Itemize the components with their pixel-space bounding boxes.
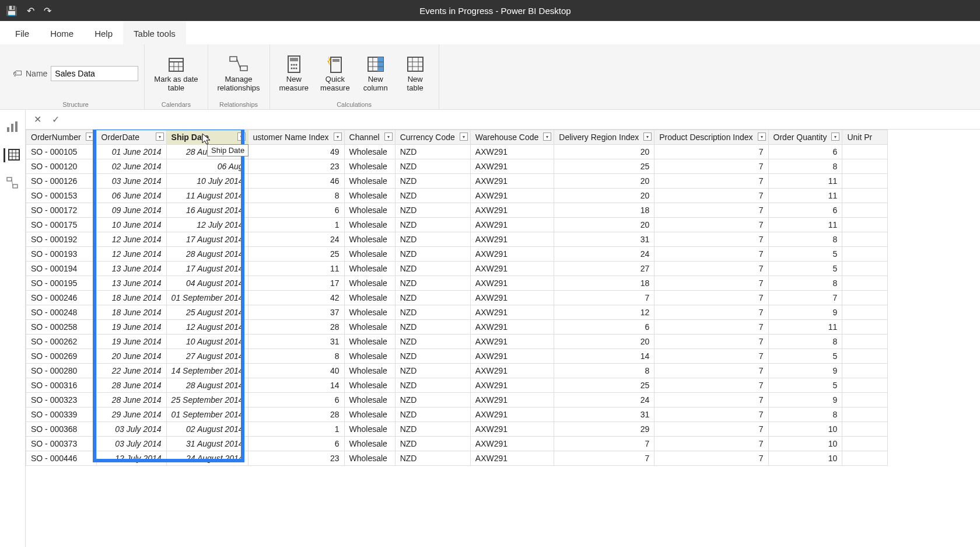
table-cell[interactable]: 8 <box>768 232 842 247</box>
table-cell[interactable]: NZD <box>395 218 470 232</box>
table-cell[interactable]: AXW291 <box>470 378 554 393</box>
table-cell[interactable]: AXW291 <box>470 407 554 422</box>
table-row[interactable]: SO - 00032328 June 201425 September 2014… <box>26 393 888 407</box>
table-cell[interactable] <box>842 145 888 159</box>
table-cell[interactable]: 10 <box>768 422 842 437</box>
table-cell[interactable]: NZD <box>395 145 470 159</box>
table-cell[interactable]: AXW291 <box>470 291 554 305</box>
table-row[interactable]: SO - 00010501 June 201428 August 201449W… <box>26 145 888 159</box>
table-cell[interactable]: AXW291 <box>470 218 554 232</box>
table-cell[interactable]: 09 June 2014 <box>96 203 166 218</box>
filter-dropdown-icon[interactable]: ▾ <box>334 133 342 141</box>
table-cell[interactable]: NZD <box>395 262 470 276</box>
table-row[interactable]: SO - 00037303 July 201431 August 20146Wh… <box>26 437 888 451</box>
table-cell[interactable]: 11 August 2014 <box>166 189 248 203</box>
table-cell[interactable]: AXW291 <box>470 335 554 349</box>
table-cell[interactable]: 8 <box>554 364 654 378</box>
model-view-icon[interactable] <box>6 176 20 190</box>
table-cell[interactable]: 7 <box>654 218 768 232</box>
table-cell[interactable]: 5 <box>768 349 842 364</box>
table-cell[interactable]: SO - 000193 <box>26 247 97 262</box>
tab-help[interactable]: Help <box>84 23 123 44</box>
table-row[interactable]: SO - 00026219 June 201410 August 201431W… <box>26 335 888 349</box>
table-cell[interactable]: SO - 000446 <box>26 451 97 466</box>
table-cell[interactable]: Wholesale <box>344 232 395 247</box>
table-cell[interactable] <box>842 247 888 262</box>
table-cell[interactable]: AXW291 <box>470 349 554 364</box>
table-cell[interactable]: 06 Aug <box>166 159 248 174</box>
table-cell[interactable]: 8 <box>768 159 842 174</box>
table-cell[interactable]: Wholesale <box>344 291 395 305</box>
table-cell[interactable]: 06 June 2014 <box>96 189 166 203</box>
table-cell[interactable] <box>842 159 888 174</box>
table-cell[interactable]: 29 June 2014 <box>96 407 166 422</box>
table-cell[interactable]: 20 <box>554 174 654 189</box>
table-cell[interactable]: 24 <box>554 393 654 407</box>
table-cell[interactable]: 03 July 2014 <box>96 422 166 437</box>
table-cell[interactable]: 13 June 2014 <box>96 262 166 276</box>
table-cell[interactable]: NZD <box>395 349 470 364</box>
table-cell[interactable]: 5 <box>768 378 842 393</box>
column-header[interactable]: OrderNumber▾ <box>26 130 97 145</box>
table-cell[interactable]: 7 <box>654 422 768 437</box>
column-header[interactable]: Order Quantity▾ <box>768 130 842 145</box>
table-cell[interactable]: 8 <box>248 349 344 364</box>
table-row[interactable]: SO - 00019212 June 201417 August 201424W… <box>26 232 888 247</box>
table-cell[interactable]: 31 <box>554 232 654 247</box>
table-cell[interactable]: 7 <box>654 437 768 451</box>
table-cell[interactable]: 14 <box>554 349 654 364</box>
table-cell[interactable]: 7 <box>654 291 768 305</box>
table-cell[interactable]: AXW291 <box>470 203 554 218</box>
table-cell[interactable]: 20 June 2014 <box>96 349 166 364</box>
new-measure-button[interactable]: New measure <box>276 52 313 95</box>
table-cell[interactable]: Wholesale <box>344 145 395 159</box>
table-cell[interactable]: SO - 000172 <box>26 203 97 218</box>
manage-relationships-button[interactable]: Manage relationships <box>214 52 264 95</box>
table-cell[interactable]: SO - 000258 <box>26 320 97 335</box>
table-cell[interactable] <box>842 320 888 335</box>
table-cell[interactable]: 7 <box>654 247 768 262</box>
table-cell[interactable]: 31 August 2014 <box>166 437 248 451</box>
column-header[interactable]: Currency Code▾ <box>395 130 470 145</box>
table-cell[interactable]: 9 <box>768 393 842 407</box>
table-cell[interactable]: SO - 000153 <box>26 189 97 203</box>
table-row[interactable]: SO - 00012002 June 201406 Aug23Wholesale… <box>26 159 888 174</box>
table-cell[interactable]: 6 <box>554 320 654 335</box>
table-cell[interactable]: NZD <box>395 422 470 437</box>
table-cell[interactable]: 18 <box>554 203 654 218</box>
table-cell[interactable]: 24 <box>248 232 344 247</box>
table-cell[interactable]: Wholesale <box>344 393 395 407</box>
table-cell[interactable]: 10 August 2014 <box>166 335 248 349</box>
table-cell[interactable]: 7 <box>654 364 768 378</box>
filter-dropdown-icon[interactable]: ▾ <box>460 133 468 141</box>
filter-dropdown-icon[interactable]: ▾ <box>643 133 652 141</box>
column-header[interactable]: Delivery Region Index▾ <box>554 130 654 145</box>
table-cell[interactable] <box>842 262 888 276</box>
table-cell[interactable]: NZD <box>395 232 470 247</box>
table-cell[interactable]: 28 <box>248 320 344 335</box>
table-cell[interactable]: 11 <box>768 174 842 189</box>
table-cell[interactable]: 25 <box>248 247 344 262</box>
cancel-icon[interactable]: ✕ <box>34 114 41 125</box>
table-row[interactable]: SO - 00028022 June 201414 September 2014… <box>26 364 888 378</box>
filter-dropdown-icon[interactable]: ▾ <box>758 133 766 141</box>
table-cell[interactable]: 49 <box>248 145 344 159</box>
table-cell[interactable]: 14 September 2014 <box>166 364 248 378</box>
table-cell[interactable]: SO - 000126 <box>26 174 97 189</box>
table-cell[interactable]: SO - 000192 <box>26 232 97 247</box>
table-cell[interactable] <box>842 422 888 437</box>
table-cell[interactable]: 6 <box>768 203 842 218</box>
column-header[interactable]: Warehouse Code▾ <box>470 130 554 145</box>
table-cell[interactable] <box>842 218 888 232</box>
table-cell[interactable]: 1 <box>248 422 344 437</box>
table-cell[interactable] <box>842 335 888 349</box>
table-row[interactable]: SO - 00025819 June 201412 August 201428W… <box>26 320 888 335</box>
table-cell[interactable]: 10 July 2014 <box>166 174 248 189</box>
table-cell[interactable]: NZD <box>395 393 470 407</box>
commit-icon[interactable]: ✓ <box>52 114 60 125</box>
table-cell[interactable] <box>842 305 888 320</box>
table-cell[interactable]: NZD <box>395 437 470 451</box>
table-cell[interactable] <box>842 451 888 466</box>
table-cell[interactable]: Wholesale <box>344 320 395 335</box>
table-cell[interactable]: 7 <box>554 437 654 451</box>
